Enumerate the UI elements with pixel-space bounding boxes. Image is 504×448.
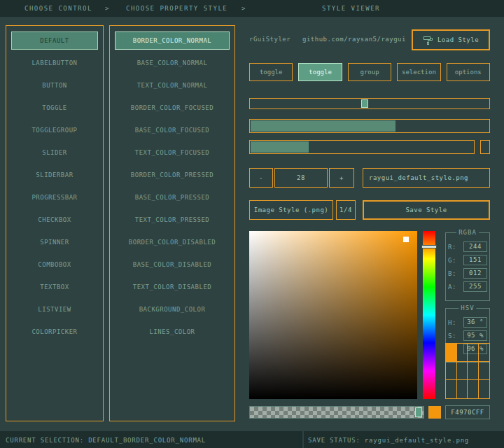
control-item-slider[interactable]: SLIDER	[11, 144, 98, 162]
palette-cell[interactable]	[446, 380, 457, 398]
palette-cell[interactable]	[468, 362, 479, 380]
rgba-value-box[interactable]: 012	[463, 268, 487, 279]
save-style-button[interactable]: Save Style	[363, 200, 490, 220]
control-item-colorpicker[interactable]: COLORPICKER	[11, 323, 98, 341]
palette-cell[interactable]	[457, 344, 468, 362]
rgba-row: R:244	[448, 241, 487, 252]
toggle-button-toggle[interactable]: toggle	[298, 63, 342, 81]
toggle-group: toggletogglegroupselectionoptions	[249, 63, 490, 81]
rgba-value-box[interactable]: 244	[463, 241, 487, 252]
palette-cell[interactable]	[468, 344, 479, 362]
toggle-button-group[interactable]: group	[348, 63, 391, 81]
color-picker-cursor[interactable]	[403, 237, 409, 242]
app-name: rGuiStyler	[249, 36, 290, 43]
palette-cell[interactable]	[446, 362, 457, 380]
load-style-label: Load Style	[438, 36, 479, 43]
properties-list: BORDER_COLOR_NORMALBASE_COLOR_NORMALTEXT…	[109, 25, 235, 421]
progressbar-fill	[251, 141, 309, 153]
control-item-checkbox[interactable]: CHECKBOX	[11, 211, 98, 229]
hsv-row: H:36 °	[448, 317, 487, 328]
alpha-slider[interactable]	[249, 406, 424, 419]
palette-cell[interactable]	[468, 380, 479, 398]
color-palette-grid	[445, 343, 490, 399]
current-selection-status: CURRENT SELECTION: DEFAULT_BORDER_COLOR_…	[6, 437, 206, 444]
progress-step-button[interactable]	[480, 140, 490, 154]
spinner-plus-button[interactable]: +	[329, 168, 354, 188]
load-style-button[interactable]: Load Style	[412, 29, 490, 50]
top-menubar: CHOOSE CONTROL > CHOOSE PROPERTY STYLE >…	[0, 0, 504, 17]
spinner-value-box[interactable]: 28	[274, 168, 328, 188]
repo-link[interactable]: github.com/raysan5/raygui	[302, 36, 406, 43]
color-picker-gradient[interactable]	[249, 231, 417, 399]
control-item-progressbar[interactable]: PROGRESSBAR	[11, 188, 98, 206]
sliderbar-fill	[251, 120, 396, 132]
property-item-base_color_normal[interactable]: BASE_COLOR_NORMAL	[115, 54, 230, 72]
rgba-value-box[interactable]: 151	[463, 255, 487, 265]
rgba-label: G:	[448, 257, 456, 264]
property-item-text_color_normal[interactable]: TEXT_COLOR_NORMAL	[115, 76, 230, 94]
rgba-label: R:	[448, 244, 456, 251]
palette-cell-filled[interactable]	[446, 344, 457, 362]
hsv-title: HSV	[458, 304, 476, 312]
rgba-value-box[interactable]: 255	[463, 281, 487, 292]
control-item-combobox[interactable]: COMBOBOX	[11, 255, 98, 274]
control-item-togglegroup[interactable]: TOGGLEGROUP	[11, 121, 98, 139]
palette-cell[interactable]	[479, 344, 490, 362]
rgba-panel: RGBA R:244G:151B:012A:255	[445, 232, 490, 301]
rgba-title: RGBA	[456, 229, 479, 236]
progress-bar[interactable]	[249, 140, 475, 154]
property-item-background_color[interactable]: BACKGROUND_COLOR	[115, 300, 230, 318]
section-label-choose-property-style: CHOOSE PROPERTY STYLE	[126, 5, 227, 12]
hsv-value-box[interactable]: 36 °	[463, 317, 487, 328]
palette-cell[interactable]	[457, 380, 468, 398]
paint-roller-icon	[423, 35, 433, 46]
control-item-sliderbar[interactable]: SLIDERBAR	[11, 166, 98, 184]
control-item-default[interactable]: DEFAULT	[11, 31, 98, 50]
combobox-counter[interactable]: 1/4	[336, 200, 356, 220]
rgba-label: B:	[448, 270, 456, 277]
property-item-base_color_disabled[interactable]: BASE_COLOR_DISABLED	[115, 255, 230, 274]
toggle-button-toggle[interactable]: toggle	[249, 63, 293, 81]
palette-cell[interactable]	[457, 362, 468, 380]
control-item-listview[interactable]: LISTVIEW	[11, 300, 98, 318]
alpha-slider-handle[interactable]	[415, 407, 422, 417]
section-label-style-viewer: STYLE VIEWER	[322, 5, 380, 12]
spinner-minus-button[interactable]: -	[249, 168, 273, 188]
control-item-labelbutton[interactable]: LABELBUTTON	[11, 54, 98, 72]
image-style-combobox[interactable]: Image Style (.png)	[249, 200, 333, 220]
rgba-row: B:012	[448, 268, 487, 279]
property-item-text_color_focused[interactable]: TEXT_COLOR_FOCUSED	[115, 144, 230, 162]
hsv-row: S:95 %	[448, 330, 487, 341]
property-item-lines_color[interactable]: LINES_COLOR	[115, 323, 230, 341]
property-item-border_color_pressed[interactable]: BORDER_COLOR_PRESSED	[115, 166, 230, 184]
hex-value-box[interactable]: F4970CFF	[445, 405, 490, 419]
filename-textbox[interactable]: raygui_default_style.png	[363, 168, 490, 188]
statusbar-divider	[302, 431, 304, 448]
slider[interactable]	[249, 98, 490, 109]
palette-cell[interactable]	[479, 362, 490, 380]
control-item-button[interactable]: BUTTON	[11, 76, 98, 94]
hsv-value-box[interactable]: 95 %	[463, 330, 487, 341]
hue-slider-handle[interactable]	[421, 245, 437, 248]
breadcrumb-separator-icon: >	[105, 5, 110, 12]
control-item-textbox[interactable]: TEXTBOX	[11, 278, 98, 296]
status-bar: CURRENT SELECTION: DEFAULT_BORDER_COLOR_…	[0, 431, 504, 448]
control-item-toggle[interactable]: TOGGLE	[11, 99, 98, 117]
property-item-base_color_pressed[interactable]: BASE_COLOR_PRESSED	[115, 188, 230, 206]
rgba-label: A:	[448, 284, 456, 290]
property-item-text_color_pressed[interactable]: TEXT_COLOR_PRESSED	[115, 211, 230, 229]
property-item-border_color_normal[interactable]: BORDER_COLOR_NORMAL	[115, 31, 230, 50]
toggle-button-selection[interactable]: selection	[397, 63, 440, 81]
property-item-border_color_disabled[interactable]: BORDER_COLOR_DISABLED	[115, 233, 230, 251]
rgba-row: G:151	[448, 255, 487, 265]
toggle-button-options[interactable]: options	[447, 63, 490, 81]
property-item-text_color_disabled[interactable]: TEXT_COLOR_DISABLED	[115, 278, 230, 296]
hue-slider[interactable]	[423, 231, 435, 399]
slider-bar[interactable]	[249, 119, 490, 133]
property-item-base_color_focused[interactable]: BASE_COLOR_FOCUSED	[115, 121, 230, 139]
palette-cell[interactable]	[479, 380, 490, 398]
control-item-spinner[interactable]: SPINNER	[11, 233, 98, 251]
property-item-border_color_focused[interactable]: BORDER_COLOR_FOCUSED	[115, 99, 230, 117]
slider-handle[interactable]	[361, 99, 368, 108]
save-status: SAVE STATUS: raygui_default_style.png	[308, 437, 469, 444]
